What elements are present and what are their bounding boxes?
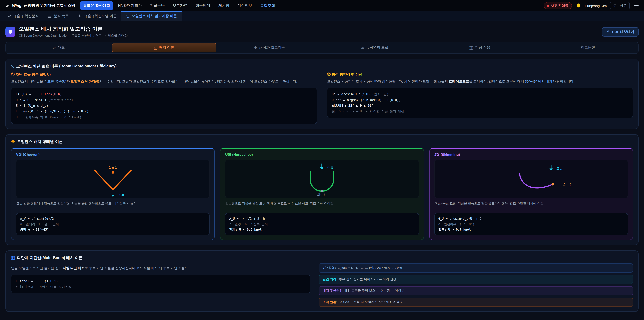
section-tab-label: 현장 적용 bbox=[475, 45, 490, 50]
top-navigation-bar: Wing 해양환경 위기대응 통합시스템 유출유 확산예측 HNS·대기확산 긴… bbox=[0, 0, 644, 12]
section-tab-deployment-theory[interactable]: ◺ 배치 이론 bbox=[112, 43, 216, 52]
text: 로 누적 차단 효율을 향상시킵니다. n개 직렬 배치 시 누적 차단 효율: bbox=[85, 266, 186, 270]
card-formula-block: A_U = π·r²/2 + 2r·h r: 반경, h: 직선부 길이 전제:… bbox=[225, 213, 419, 235]
section-tab-optimization-algorithm[interactable]: ⚙ 최적화 알고리즘 bbox=[217, 43, 322, 52]
collection-point-label: 집유점 bbox=[108, 165, 118, 169]
card-title: V형 (Chevron) bbox=[16, 152, 210, 157]
logo-wordmark: Wing bbox=[12, 4, 22, 8]
note-value: ESI 고등급 구역 보호 → 취수원 → 어항 순 bbox=[345, 289, 405, 293]
j-shape-diagram: 조류 회수선 bbox=[434, 160, 628, 198]
formula-comment: α: 반개각, L: 펜스 길이 bbox=[20, 221, 206, 227]
shield-icon bbox=[126, 14, 130, 18]
note-tide-change: 조석 변환: 창조/낙조 전환 시 오일펜스 방향 재조정 필요 bbox=[319, 298, 633, 307]
nav-item-hns-atmospheric[interactable]: HNS·대기확산 bbox=[115, 1, 145, 10]
pdf-export-button[interactable]: PDF 내보내기 bbox=[602, 27, 639, 37]
nav-item-spill-prediction[interactable]: 유출유 확산예측 bbox=[80, 1, 113, 10]
note-label: 단간 거리: bbox=[322, 277, 337, 282]
page-header: 오일펜스 배치 최적화 알고리즘 이론 Oil Boom Deployment … bbox=[5, 26, 639, 38]
text: 오일펜스 방향각은 조류 방향에 따라 최적화됩니다. 차단 면적과 오일 수집… bbox=[327, 80, 449, 83]
card-description: 조류 방향 정면에서 양쪽으로 펼친 V형. 기름을 중앙 집유점으로 유도. … bbox=[16, 201, 210, 210]
section-tab-hydrodynamic-model[interactable]: ≋ 유체역학 모델 bbox=[322, 43, 427, 52]
formula-line: E = max(0, 1 - (U_n/U_c)²) (U_n > U_c) bbox=[16, 109, 312, 114]
panel-title-text: 오일펜스 배치 형태별 이론 bbox=[17, 139, 63, 144]
bell-icon bbox=[576, 3, 581, 8]
recovery-line-label: 회수선 bbox=[317, 193, 327, 196]
section-tab-field-application[interactable]: ▦ 현장 적용 bbox=[428, 43, 532, 52]
text: 를 고려하여, 일반적으로 조류에 대해 bbox=[469, 80, 525, 83]
page-header-left: 오일펜스 배치 최적화 알고리즘 이론 Oil Boom Deployment … bbox=[5, 26, 128, 38]
text: 가 최적입니다. bbox=[552, 80, 574, 83]
tab-boom-algorithm-theory[interactable]: 오일펜스 배치 알고리즘 이론 bbox=[122, 12, 182, 21]
current-arrowhead-icon bbox=[320, 167, 324, 169]
multiboom-formula-block: E_total = 1 - Π(1-E_i) E_i: i번째 오일펜스 단독 … bbox=[11, 274, 310, 293]
nav-item-board[interactable]: 게시판 bbox=[215, 1, 233, 10]
panel-title: ◈ 오일펜스 배치 형태별 이론 bbox=[11, 139, 633, 144]
download-icon bbox=[606, 30, 610, 34]
section-tab-references[interactable]: ▤ 참고문헌 bbox=[533, 43, 637, 52]
card-v-chevron: V형 (Chevron) 집유점 조류 조류 방향 정면에서 양쪽으로 펼친 V… bbox=[11, 148, 215, 240]
current-label: 조류 bbox=[327, 165, 334, 169]
card-title: U형 (Horseshoe) bbox=[225, 152, 419, 157]
nav-item-aerial-search[interactable]: 항공탐색 bbox=[192, 1, 214, 10]
card-title: J형 (Skimming) bbox=[434, 152, 628, 157]
tab-spill-analysis[interactable]: 유출유 확산분석 bbox=[3, 12, 44, 21]
grid-icon: ▦ bbox=[11, 255, 15, 261]
pdf-export-label: PDF 내보내기 bbox=[612, 29, 634, 34]
notifications-button[interactable] bbox=[575, 2, 582, 9]
formula-line: 전제: U < 0.5 knot bbox=[229, 227, 415, 232]
highlight-tradeoff: 트레이드오프 bbox=[449, 80, 469, 83]
incident-dot-icon bbox=[547, 5, 549, 7]
section-tab-label: 참고문헌 bbox=[581, 45, 595, 50]
current-label: 조류 bbox=[118, 193, 124, 197]
shield-icon bbox=[8, 29, 13, 34]
note-value: E_total = E₁+E₂-E₁·E₂ (예: 70%+70% → 91%) bbox=[338, 266, 402, 270]
multiboom-description: 단일 오일펜스로 차단 불가한 경우 직렬 다단 배치로 누적 차단 효율을 향… bbox=[11, 266, 310, 271]
formula-line: A_V = L²·sin(2α)/2 bbox=[20, 216, 206, 221]
tab-label: 오일펜스 배치 알고리즘 이론 bbox=[132, 14, 177, 19]
j-boom-line bbox=[520, 173, 552, 188]
section-tab-overview[interactable]: ⊕ 개요 bbox=[7, 43, 111, 52]
logout-button[interactable]: 로그아웃 bbox=[610, 2, 630, 9]
formula-comment: r: 반경, h: 직선부 길이 bbox=[229, 221, 415, 227]
section-tab-label: 개요 bbox=[58, 45, 65, 50]
panel-title-text: 다단계 차단선(Multi-Boom) 배치 이론 bbox=[17, 255, 83, 261]
app-root: Wing 해양환경 위기대응 통합시스템 유출유 확산예측 HNS·대기확산 긴… bbox=[0, 0, 644, 320]
tab-label: 유출유확산모델 이론 bbox=[84, 14, 117, 19]
multiboom-columns: 단일 오일펜스로 차단 불가한 경우 직렬 다단 배치로 누적 차단 효율을 향… bbox=[11, 264, 633, 307]
page-icon-box bbox=[5, 27, 16, 37]
u-shape-diagram: 조류 회수선 bbox=[225, 160, 419, 198]
tab-analysis-list[interactable]: 분석 목록 bbox=[44, 12, 74, 21]
card-description: 직선+곡선 조합. 기름을 한쪽으로 편향 유도하여 집유. 강조류/연안 배치… bbox=[434, 201, 628, 210]
ruler-icon: ◺ bbox=[154, 46, 157, 50]
tab-diffusion-model-theory[interactable]: 유출유확산모델 이론 bbox=[74, 12, 122, 21]
formula-line: θ_J = arcsin(U_c/U) + δ bbox=[438, 216, 624, 221]
collection-point-dot bbox=[112, 171, 114, 173]
page-titles: 오일펜스 배치 최적화 알고리즘 이론 Oil Boom Deployment … bbox=[19, 26, 128, 38]
nav-item-reports[interactable]: 보고자료 bbox=[170, 1, 191, 10]
recovery-point-dot bbox=[321, 190, 323, 192]
ruler-icon: ◺ bbox=[11, 64, 14, 69]
nav-item-integrated-search[interactable]: 통합조회 bbox=[257, 1, 278, 10]
section-tabs: ⊕ 개요 ◺ 배치 이론 ⚙ 최적화 알고리즘 ≋ 유체역학 모델 ▦ 현장 적… bbox=[5, 42, 639, 54]
note-spacing: 단간 거리: 부유 집적 방지를 위해 ≥ 200m 이격 권장 bbox=[319, 275, 633, 284]
highlight-current-speed: 조류 유속(U) bbox=[48, 80, 66, 83]
flask-icon bbox=[78, 14, 82, 18]
current-arrowhead-icon bbox=[111, 195, 114, 197]
nav-item-weather[interactable]: 기상정보 bbox=[234, 1, 256, 10]
multiboom-left-column: 단일 오일펜스로 차단 불가한 경우 직렬 다단 배치로 누적 차단 효율을 향… bbox=[11, 264, 310, 307]
hamburger-menu-button[interactable] bbox=[633, 2, 639, 9]
note-label: 2단 직렬: bbox=[322, 266, 336, 270]
efficiency-columns: ① 차단 효율 함수 E(θ, U) 오일펜스의 차단 효율은 조류 유속(U)… bbox=[11, 72, 633, 124]
nav-item-emergency-rescue[interactable]: 긴급구난 bbox=[146, 1, 168, 10]
formula-line: θ* = arcsin(U_c / U) (임계조건) bbox=[332, 91, 628, 97]
formula-line: E_total = 1 - Π(1-E_i) bbox=[16, 278, 306, 284]
panel-title-text: 오일펜스 차단 효율 이론 (Boom Containment Efficien… bbox=[16, 64, 116, 69]
highlight-serial-deployment: 직렬 다단 배치 bbox=[63, 266, 85, 270]
incident-status-badge[interactable]: 사고 진행중 bbox=[544, 2, 572, 9]
grid-icon: ▦ bbox=[470, 45, 473, 50]
card-formula-block: θ_J = arcsin(U_c/U) + δ δ: 안전여유각(5°~10°)… bbox=[434, 213, 628, 235]
formula-line: A_U = π·r²/2 + 2r·h bbox=[229, 216, 415, 221]
text: 의 함수입니다. 조류가 오일펜스에 수직으로 입사할수록 차단 효율이 낮아지… bbox=[99, 80, 297, 83]
panel-title: ◺ 오일펜스 차단 효율 이론 (Boom Containment Effici… bbox=[11, 64, 633, 69]
highlight-boom-angle: 오일펜스 방향각(θ) bbox=[71, 80, 99, 83]
